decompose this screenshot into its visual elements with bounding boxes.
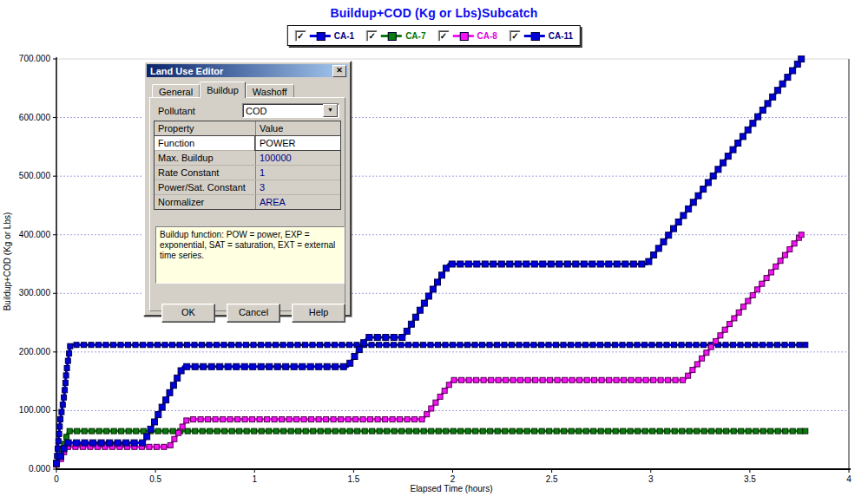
grid-row-rate-constant: Rate Constant1 [155, 166, 340, 180]
buildup-tab-page: Pollutant COD ▼ PropertyValueFunctionPOW… [149, 97, 345, 311]
y-tick-label: 100.000 [19, 405, 51, 415]
chevron-down-icon[interactable]: ▼ [323, 104, 338, 117]
y-tick-label: 0.000 [29, 464, 50, 474]
property-label: Normalizer [155, 197, 255, 207]
property-value-field[interactable]: POWER [255, 136, 340, 150]
pollutant-label: Pollutant [155, 106, 242, 116]
grid-row-max-buildup: Max. Buildup100000 [155, 151, 340, 166]
property-value-field[interactable]: AREA [255, 195, 340, 209]
pollutant-combobox[interactable]: COD ▼ [242, 103, 339, 118]
dialog-title: Land Use Editor [147, 66, 332, 76]
x-tick-label: 3 [648, 474, 654, 484]
x-tick-label: 1.5 [347, 474, 359, 484]
x-tick-label: 3.5 [744, 474, 756, 484]
land-use-editor-dialog: Land Use Editor ✕ GeneralBuildupWashoff … [143, 61, 352, 317]
pollutant-value: COD [243, 106, 322, 116]
x-tick-label: 2.5 [546, 474, 558, 484]
dialog-titlebar[interactable]: Land Use Editor ✕ [147, 64, 348, 77]
property-value-field[interactable]: 1 [255, 166, 340, 180]
property-value-field[interactable]: 3 [255, 180, 340, 194]
property-value-field[interactable]: 100000 [255, 151, 340, 165]
y-tick-label: 600.000 [19, 113, 51, 122]
x-tick-label: 4 [846, 474, 852, 484]
grid-row-power-sat-constant: Power/Sat. Constant3 [155, 180, 340, 195]
grid-header-row: PropertyValue [155, 121, 340, 136]
y-tick-label: 300.000 [19, 288, 51, 297]
chart-canvas: 0.000100.000200.000300.000400.000500.000… [0, 0, 868, 503]
grid-row-function: FunctionPOWER [155, 136, 340, 151]
property-label: Max. Buildup [155, 153, 255, 163]
tab-buildup[interactable]: Buildup [200, 82, 246, 98]
y-axis-title: Buildup+COD (Kg or Lbs) [3, 201, 12, 323]
property-label: Rate Constant [155, 167, 255, 178]
property-label: Function [155, 138, 255, 148]
property-grid: PropertyValueFunctionPOWERMax. Buildup10… [154, 121, 341, 210]
x-tick-label: 1 [252, 474, 257, 484]
x-tick-label: 0.5 [149, 474, 161, 484]
buildup-function-help-text: Buildup function: POW = power, EXP = exp… [155, 226, 345, 284]
y-tick-label: 500.000 [19, 171, 51, 180]
tab-washoff[interactable]: Washoff [246, 84, 294, 98]
x-axis-title: Elapsed Time (hours) [0, 484, 868, 493]
y-tick-label: 700.000 [19, 54, 51, 63]
close-icon[interactable]: ✕ [332, 65, 346, 77]
grid-header-value: Value [255, 121, 340, 135]
help-button[interactable]: Help [292, 304, 345, 323]
x-tick-label: 0 [54, 474, 59, 484]
plot-window: Buildup+COD (Kg or Lbs)Subcatch ✓CA-1✓CA… [0, 0, 868, 503]
pollutant-row: Pollutant COD ▼ [155, 103, 339, 118]
x-tick-label: 2 [450, 474, 456, 484]
cancel-button[interactable]: Cancel [227, 304, 280, 323]
tab-general[interactable]: General [152, 84, 200, 98]
grid-header-property: Property [155, 123, 255, 134]
y-tick-label: 400.000 [19, 230, 51, 239]
property-label: Power/Sat. Constant [155, 182, 255, 193]
grid-row-normalizer: NormalizerAREA [155, 195, 340, 209]
y-tick-label: 200.000 [19, 347, 51, 356]
dialog-tabs: GeneralBuildupWashoff [152, 84, 294, 98]
ok-button[interactable]: OK [161, 304, 215, 323]
